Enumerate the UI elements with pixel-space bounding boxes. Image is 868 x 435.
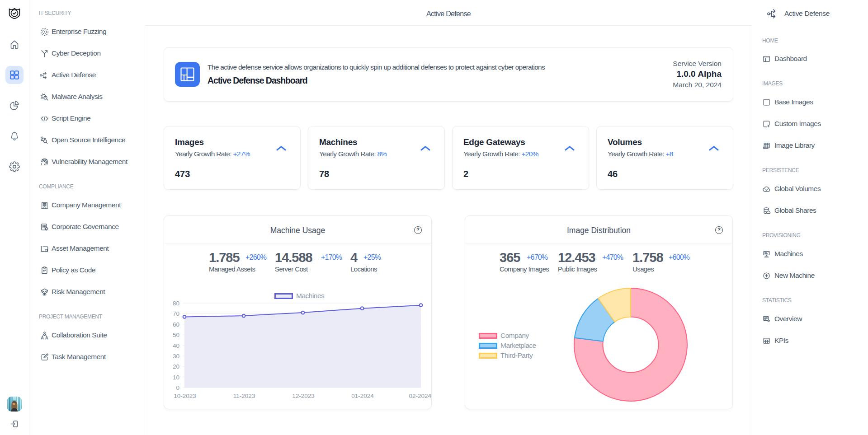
svg-text:60: 60 <box>173 321 179 328</box>
svg-text:80: 80 <box>173 300 179 307</box>
svg-text:10-2023: 10-2023 <box>174 393 196 399</box>
svg-text:30: 30 <box>173 353 179 360</box>
svg-text:0: 0 <box>176 384 179 391</box>
svg-text:12-2023: 12-2023 <box>292 393 315 399</box>
svg-text:02-2024: 02-2024 <box>409 393 431 399</box>
svg-text:20: 20 <box>173 363 179 370</box>
svg-text:40: 40 <box>173 342 179 349</box>
svg-text:01-2024: 01-2024 <box>351 393 374 399</box>
svg-text:70: 70 <box>173 310 179 317</box>
svg-text:50: 50 <box>173 332 179 338</box>
svg-text:11-2023: 11-2023 <box>233 393 255 399</box>
svg-text:10: 10 <box>173 374 179 381</box>
